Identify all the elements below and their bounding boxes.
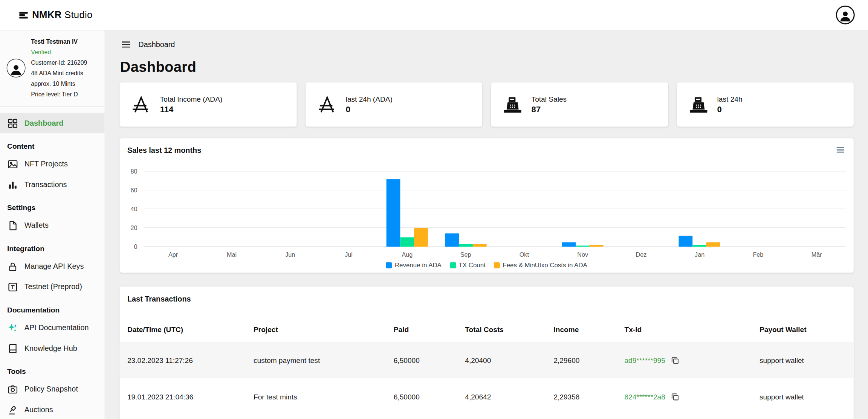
sidebar-item-knowledge-hub[interactable]: Knowledge Hub bbox=[0, 338, 105, 358]
column-header-date-time-utc: Date/Time (UTC) bbox=[127, 325, 254, 333]
transactions-table-body: 23.02.2023 11:27:26custom payment test6,… bbox=[119, 342, 853, 415]
ada-icon bbox=[316, 94, 338, 115]
stat-label: last 24h bbox=[717, 94, 743, 104]
stat-card-last-24h: last 24h0 bbox=[677, 82, 853, 127]
x-tick-label: Okt bbox=[495, 251, 553, 258]
sidebar-item-label: API Documentation bbox=[24, 324, 89, 332]
bar-group-jul bbox=[319, 172, 378, 247]
nmkr-logo-icon bbox=[19, 10, 28, 20]
stat-label: Total Income (ADA) bbox=[160, 94, 223, 104]
sidebar-item-auctions[interactable]: Auctions bbox=[0, 399, 105, 419]
legend-swatch-icon bbox=[494, 262, 500, 268]
chart-x-axis: AprMaiJunJulAugSepOktNovDezJanFebMär bbox=[144, 247, 846, 257]
tx-id-link[interactable]: 824******2a8 bbox=[624, 393, 665, 401]
bar-tx-count bbox=[459, 244, 473, 247]
sidebar-toggle-burger-icon[interactable] bbox=[121, 39, 131, 50]
y-tick-label: 60 bbox=[130, 187, 137, 194]
bar-tx-count bbox=[400, 237, 414, 247]
sidebar-item-label: Manage API Keys bbox=[24, 262, 84, 270]
copy-icon[interactable] bbox=[670, 392, 680, 401]
sidebar-item-transactions[interactable]: Transactions bbox=[0, 174, 105, 195]
x-tick-label: Jun bbox=[261, 251, 319, 258]
sidebar-item-api-documentation[interactable]: API Documentation bbox=[0, 317, 105, 338]
cell-datetime: 19.01.2023 21:04:36 bbox=[127, 393, 254, 401]
chart-title: Sales last 12 months bbox=[127, 146, 846, 154]
y-tick-label: 80 bbox=[130, 168, 137, 175]
image-icon bbox=[7, 158, 18, 169]
breadcrumb-row: Dashboard bbox=[105, 30, 868, 50]
user-price-level: Price level: Tier D bbox=[31, 89, 87, 100]
chart-menu-icon[interactable] bbox=[835, 145, 845, 155]
bar-group-feb bbox=[729, 172, 787, 247]
copy-icon[interactable] bbox=[670, 355, 680, 365]
cell-tx-id: 824******2a8 bbox=[624, 392, 760, 401]
sidebar-item-testnet-preprod[interactable]: Testnet (Preprod) bbox=[0, 277, 105, 297]
cash-register-icon bbox=[688, 94, 709, 115]
stat-card-last-24h-ada: last 24h (ADA)0 bbox=[305, 82, 482, 127]
sidebar-item-wallets[interactable]: Wallets bbox=[0, 215, 105, 236]
x-tick-label: Apr bbox=[144, 251, 202, 258]
sales-chart-card: Sales last 12 months 020406080 AprMaiJun… bbox=[119, 138, 853, 273]
cell-datetime: 23.02.2023 11:27:26 bbox=[127, 356, 254, 364]
cell-tx-id: ad9******995 bbox=[624, 355, 760, 365]
sidebar-item-label: Wallets bbox=[24, 221, 49, 230]
legend-item-fees-minutxo-costs-in-ada[interactable]: Fees & MinUtxo Costs in ADA bbox=[494, 262, 587, 268]
y-tick-label: 0 bbox=[134, 244, 137, 250]
brand-text: NMKR Studio bbox=[32, 9, 92, 21]
sidebar-item-label: Dashboard bbox=[24, 119, 64, 127]
user-mint-credits: 48 ADA Mint credits bbox=[31, 68, 87, 79]
sidebar-item-label: Testnet (Preprod) bbox=[24, 283, 82, 291]
legend-swatch-icon bbox=[450, 262, 456, 268]
transactions-table-header: Date/Time (UTC)ProjectPaidTotal CostsInc… bbox=[119, 316, 853, 342]
nmkr-studio-app: NMKR Studio Testi Testman IV Verified Cu… bbox=[0, 0, 868, 419]
bar-chart-icon bbox=[7, 179, 18, 190]
last-transactions-card: Last Transactions Date/Time (UTC)Project… bbox=[119, 286, 853, 419]
bar-group-dez bbox=[612, 172, 670, 247]
main-content: Dashboard Dashboard Total Income (ADA)11… bbox=[105, 30, 868, 419]
bar-fees-minutxo-costs-in-ada bbox=[590, 245, 604, 247]
x-tick-label: Aug bbox=[378, 251, 436, 258]
x-tick-label: Mär bbox=[787, 251, 846, 258]
ada-icon bbox=[131, 94, 152, 115]
legend-label: Fees & MinUtxo Costs in ADA bbox=[503, 262, 587, 268]
user-avatar-button[interactable] bbox=[836, 6, 855, 24]
cell-total-costs: 4,20642 bbox=[465, 393, 553, 401]
legend-swatch-icon bbox=[386, 262, 392, 268]
sidebar-item-nft-projects[interactable]: NFT Projects bbox=[0, 154, 105, 174]
stat-value: 0 bbox=[346, 104, 393, 114]
legend-label: Revenue in ADA bbox=[395, 262, 442, 268]
sidebar-item-dashboard[interactable]: Dashboard bbox=[0, 113, 105, 133]
sidebar-item-policy-snapshot[interactable]: Policy Snapshot bbox=[0, 379, 105, 399]
sidebar-item-manage-api-keys[interactable]: Manage API Keys bbox=[0, 256, 105, 276]
user-verified-status: Verified bbox=[31, 47, 87, 58]
sidebar-item-label: Policy Snapshot bbox=[24, 385, 78, 393]
legend-item-tx-count[interactable]: TX Count bbox=[450, 262, 486, 268]
book-icon bbox=[7, 343, 18, 353]
user-approx-mints: approx. 10 Mints bbox=[31, 79, 87, 89]
bar-revenue-in-ada bbox=[679, 235, 693, 247]
stat-value: 87 bbox=[532, 104, 567, 114]
y-tick-label: 40 bbox=[130, 206, 137, 213]
nmkr-logo[interactable]: NMKR Studio bbox=[19, 9, 93, 21]
stat-value: 114 bbox=[160, 104, 223, 114]
bar-group-jun bbox=[261, 172, 319, 247]
bar-group-nov bbox=[553, 172, 612, 247]
chart-legend: Revenue in ADATX CountFees & MinUtxo Cos… bbox=[127, 262, 846, 268]
x-tick-label: Mai bbox=[202, 251, 261, 258]
sidebar-item-label: Transactions bbox=[24, 180, 67, 189]
auction-icon bbox=[7, 404, 18, 415]
cell-total-costs: 4,20400 bbox=[465, 356, 553, 364]
dashboard-grid-icon bbox=[7, 117, 18, 128]
cell-paid: 6,50000 bbox=[394, 356, 465, 364]
bar-group-apr bbox=[144, 172, 202, 247]
legend-item-revenue-in-ada[interactable]: Revenue in ADA bbox=[386, 262, 442, 268]
cell-income: 2,29600 bbox=[553, 356, 624, 364]
table-row: 23.02.2023 11:27:26custom payment test6,… bbox=[119, 342, 853, 378]
x-tick-label: Sep bbox=[436, 251, 495, 258]
column-header-income: Income bbox=[553, 325, 624, 333]
user-customer-id: Customer-Id: 216209 bbox=[31, 58, 87, 68]
tx-id-link[interactable]: ad9******995 bbox=[624, 356, 665, 364]
chart-bars bbox=[144, 172, 846, 247]
cell-income: 2,29358 bbox=[553, 393, 624, 401]
user-info: Testi Testman IV Verified Customer-Id: 2… bbox=[31, 37, 87, 100]
